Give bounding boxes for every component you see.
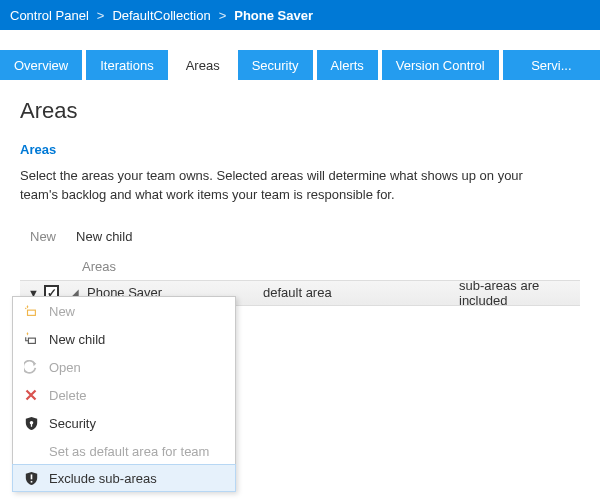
sparkle-new-child-icon (23, 331, 39, 347)
new-button[interactable]: New (30, 229, 56, 244)
header-spacer (0, 30, 600, 50)
menu-item-open: Open (13, 353, 235, 381)
tab-security[interactable]: Security (238, 50, 313, 80)
tab-version-control[interactable]: Version Control (382, 50, 499, 80)
tab-bar: Overview Iterations Areas Security Alert… (0, 50, 600, 80)
content-area: Areas Areas Select the areas your team o… (0, 80, 600, 306)
breadcrumb-collection[interactable]: DefaultCollection (112, 8, 210, 23)
new-child-button[interactable]: New child (76, 229, 132, 244)
menu-label: New (49, 304, 75, 319)
svg-rect-5 (30, 480, 32, 482)
tab-alerts[interactable]: Alerts (317, 50, 378, 80)
breadcrumb-root[interactable]: Control Panel (10, 8, 89, 23)
tab-overview[interactable]: Overview (0, 50, 82, 80)
menu-item-set-default: Set as default area for team (13, 437, 235, 465)
svg-rect-3 (30, 423, 31, 426)
svg-rect-0 (28, 310, 36, 315)
section-title: Areas (20, 142, 580, 157)
shield-exclaim-icon (23, 470, 39, 486)
menu-label: Security (49, 416, 96, 431)
breadcrumb: Control Panel > DefaultCollection > Phon… (10, 8, 313, 23)
menu-item-new-child[interactable]: New child (13, 325, 235, 353)
menu-item-exclude-sub-areas[interactable]: Exclude sub-areas (12, 464, 236, 492)
sparkle-new-icon (23, 303, 39, 319)
delete-x-icon (23, 387, 39, 403)
page-title: Areas (20, 98, 580, 124)
menu-item-new: New (13, 297, 235, 325)
chevron-right-icon: > (219, 8, 227, 23)
tab-areas[interactable]: Areas (172, 50, 234, 80)
breadcrumb-project[interactable]: Phone Saver (234, 8, 313, 23)
svg-rect-4 (30, 474, 32, 479)
open-arrow-icon (23, 359, 39, 375)
menu-item-security[interactable]: Security (13, 409, 235, 437)
default-area-label: default area (263, 285, 453, 300)
chevron-right-icon: > (97, 8, 105, 23)
page-description: Select the areas your team owns. Selecte… (20, 167, 560, 205)
tab-services[interactable]: Servi... (503, 50, 600, 80)
menu-label: Delete (49, 388, 87, 403)
context-menu: New New child Open Delete Security Set a… (12, 296, 236, 492)
menu-label: New child (49, 332, 105, 347)
svg-rect-1 (28, 338, 35, 343)
header-bar: Control Panel > DefaultCollection > Phon… (0, 0, 600, 30)
menu-label: Set as default area for team (49, 444, 209, 459)
toolbar: New New child (20, 223, 580, 251)
menu-label: Exclude sub-areas (49, 471, 157, 486)
grid-header: Areas (20, 251, 580, 280)
blank-icon (23, 443, 39, 459)
menu-label: Open (49, 360, 81, 375)
shield-icon (23, 415, 39, 431)
tab-iterations[interactable]: Iterations (86, 50, 167, 80)
menu-item-delete: Delete (13, 381, 235, 409)
sub-areas-label: sub-areas are included (459, 278, 572, 308)
